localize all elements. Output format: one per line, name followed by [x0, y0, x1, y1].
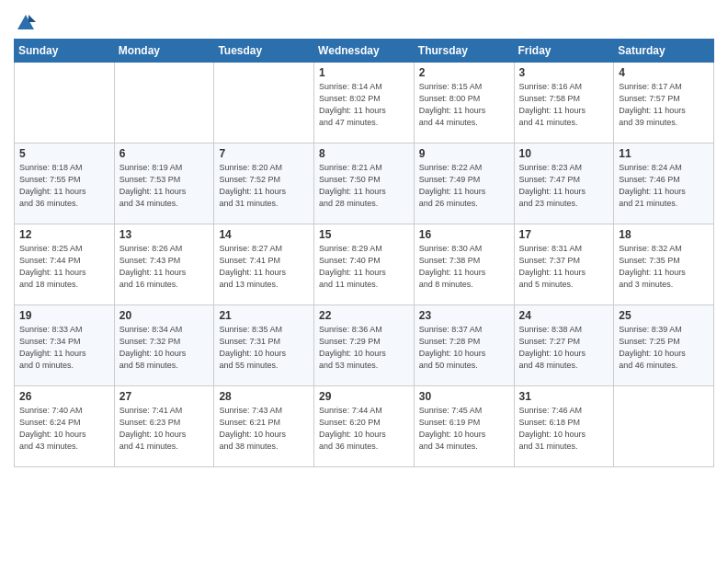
header-monday: Monday: [114, 40, 214, 63]
calendar-cell: 16Sunrise: 8:30 AM Sunset: 7:38 PM Dayli…: [414, 224, 514, 305]
calendar-week-row: 19Sunrise: 8:33 AM Sunset: 7:34 PM Dayli…: [15, 305, 714, 386]
day-number: 12: [19, 228, 109, 241]
calendar-cell: 8Sunrise: 8:21 AM Sunset: 7:50 PM Daylig…: [314, 144, 415, 224]
day-info: Sunrise: 8:26 AM Sunset: 7:43 PM Dayligh…: [119, 243, 210, 291]
day-number: 31: [519, 390, 609, 403]
day-number: 8: [319, 147, 409, 160]
day-number: 21: [219, 309, 309, 322]
day-number: 5: [19, 147, 109, 160]
day-info: Sunrise: 8:32 AM Sunset: 7:35 PM Dayligh…: [619, 243, 709, 291]
logo-icon: [16, 13, 36, 33]
logo: [14, 13, 36, 33]
calendar-cell: [614, 386, 714, 467]
day-info: Sunrise: 8:16 AM Sunset: 7:58 PM Dayligh…: [519, 81, 609, 129]
calendar-cell: 31Sunrise: 7:46 AM Sunset: 6:18 PM Dayli…: [514, 386, 614, 467]
day-info: Sunrise: 7:46 AM Sunset: 6:18 PM Dayligh…: [519, 405, 609, 453]
day-info: Sunrise: 8:18 AM Sunset: 7:55 PM Dayligh…: [19, 162, 109, 210]
day-info: Sunrise: 7:45 AM Sunset: 6:19 PM Dayligh…: [419, 405, 509, 453]
day-info: Sunrise: 8:30 AM Sunset: 7:38 PM Dayligh…: [419, 243, 509, 291]
day-number: 14: [219, 228, 309, 241]
calendar-cell: 14Sunrise: 8:27 AM Sunset: 7:41 PM Dayli…: [214, 224, 314, 305]
header-sunday: Sunday: [15, 40, 115, 63]
calendar-cell: [214, 63, 314, 144]
day-number: 28: [219, 390, 309, 403]
day-info: Sunrise: 8:36 AM Sunset: 7:29 PM Dayligh…: [319, 324, 409, 372]
calendar-header-row: SundayMondayTuesdayWednesdayThursdayFrid…: [15, 40, 714, 63]
day-info: Sunrise: 8:15 AM Sunset: 8:00 PM Dayligh…: [419, 81, 509, 129]
calendar-cell: 15Sunrise: 8:29 AM Sunset: 7:40 PM Dayli…: [314, 224, 415, 305]
calendar-cell: 10Sunrise: 8:23 AM Sunset: 7:47 PM Dayli…: [514, 144, 614, 224]
day-info: Sunrise: 8:21 AM Sunset: 7:50 PM Dayligh…: [319, 162, 409, 210]
day-info: Sunrise: 8:29 AM Sunset: 7:40 PM Dayligh…: [319, 243, 409, 291]
day-number: 27: [119, 390, 210, 403]
calendar-cell: 21Sunrise: 8:35 AM Sunset: 7:31 PM Dayli…: [214, 305, 314, 386]
header: [14, 9, 714, 33]
day-number: 1: [319, 66, 409, 79]
day-info: Sunrise: 7:41 AM Sunset: 6:23 PM Dayligh…: [119, 405, 210, 453]
day-info: Sunrise: 8:27 AM Sunset: 7:41 PM Dayligh…: [219, 243, 309, 291]
day-info: Sunrise: 8:35 AM Sunset: 7:31 PM Dayligh…: [219, 324, 309, 372]
day-number: 10: [519, 147, 609, 160]
calendar-cell: 9Sunrise: 8:22 AM Sunset: 7:49 PM Daylig…: [414, 144, 514, 224]
header-tuesday: Tuesday: [214, 40, 314, 63]
day-info: Sunrise: 8:34 AM Sunset: 7:32 PM Dayligh…: [119, 324, 210, 372]
day-info: Sunrise: 8:14 AM Sunset: 8:02 PM Dayligh…: [319, 81, 409, 129]
day-number: 7: [219, 147, 309, 160]
calendar-cell: 28Sunrise: 7:43 AM Sunset: 6:21 PM Dayli…: [214, 386, 314, 467]
day-number: 15: [319, 228, 409, 241]
calendar-cell: 11Sunrise: 8:24 AM Sunset: 7:46 PM Dayli…: [614, 144, 714, 224]
calendar-cell: 23Sunrise: 8:37 AM Sunset: 7:28 PM Dayli…: [414, 305, 514, 386]
day-number: 19: [19, 309, 109, 322]
day-info: Sunrise: 8:22 AM Sunset: 7:49 PM Dayligh…: [419, 162, 509, 210]
calendar-week-row: 12Sunrise: 8:25 AM Sunset: 7:44 PM Dayli…: [15, 224, 714, 305]
calendar-week-row: 5Sunrise: 8:18 AM Sunset: 7:55 PM Daylig…: [15, 144, 714, 224]
calendar-cell: [15, 63, 115, 144]
svg-marker-1: [28, 15, 36, 22]
day-info: Sunrise: 7:44 AM Sunset: 6:20 PM Dayligh…: [319, 405, 409, 453]
calendar-cell: 18Sunrise: 8:32 AM Sunset: 7:35 PM Dayli…: [614, 224, 714, 305]
day-info: Sunrise: 8:39 AM Sunset: 7:25 PM Dayligh…: [619, 324, 709, 372]
day-number: 20: [119, 309, 210, 322]
day-info: Sunrise: 7:43 AM Sunset: 6:21 PM Dayligh…: [219, 405, 309, 453]
header-wednesday: Wednesday: [314, 40, 415, 63]
calendar-cell: 4Sunrise: 8:17 AM Sunset: 7:57 PM Daylig…: [614, 63, 714, 144]
calendar-cell: 24Sunrise: 8:38 AM Sunset: 7:27 PM Dayli…: [514, 305, 614, 386]
calendar-cell: 5Sunrise: 8:18 AM Sunset: 7:55 PM Daylig…: [15, 144, 115, 224]
day-number: 3: [519, 66, 609, 79]
day-info: Sunrise: 8:38 AM Sunset: 7:27 PM Dayligh…: [519, 324, 609, 372]
day-number: 2: [419, 66, 509, 79]
day-info: Sunrise: 8:23 AM Sunset: 7:47 PM Dayligh…: [519, 162, 609, 210]
calendar-cell: 13Sunrise: 8:26 AM Sunset: 7:43 PM Dayli…: [114, 224, 214, 305]
day-number: 4: [619, 66, 709, 79]
calendar-cell: [114, 63, 214, 144]
day-number: 9: [419, 147, 509, 160]
calendar-cell: 3Sunrise: 8:16 AM Sunset: 7:58 PM Daylig…: [514, 63, 614, 144]
day-info: Sunrise: 7:40 AM Sunset: 6:24 PM Dayligh…: [19, 405, 109, 453]
calendar-cell: 20Sunrise: 8:34 AM Sunset: 7:32 PM Dayli…: [114, 305, 214, 386]
day-number: 6: [119, 147, 210, 160]
calendar-cell: 27Sunrise: 7:41 AM Sunset: 6:23 PM Dayli…: [114, 386, 214, 467]
calendar-cell: 6Sunrise: 8:19 AM Sunset: 7:53 PM Daylig…: [114, 144, 214, 224]
page-container: SundayMondayTuesdayWednesdayThursdayFrid…: [0, 0, 728, 477]
calendar-cell: 19Sunrise: 8:33 AM Sunset: 7:34 PM Dayli…: [15, 305, 115, 386]
calendar-cell: 30Sunrise: 7:45 AM Sunset: 6:19 PM Dayli…: [414, 386, 514, 467]
day-info: Sunrise: 8:33 AM Sunset: 7:34 PM Dayligh…: [19, 324, 109, 372]
day-info: Sunrise: 8:24 AM Sunset: 7:46 PM Dayligh…: [619, 162, 709, 210]
calendar-cell: 12Sunrise: 8:25 AM Sunset: 7:44 PM Dayli…: [15, 224, 115, 305]
day-number: 26: [19, 390, 109, 403]
day-info: Sunrise: 8:17 AM Sunset: 7:57 PM Dayligh…: [619, 81, 709, 129]
calendar-cell: 2Sunrise: 8:15 AM Sunset: 8:00 PM Daylig…: [414, 63, 514, 144]
day-number: 22: [319, 309, 409, 322]
day-number: 13: [119, 228, 210, 241]
calendar-cell: 26Sunrise: 7:40 AM Sunset: 6:24 PM Dayli…: [15, 386, 115, 467]
day-number: 24: [519, 309, 609, 322]
calendar-week-row: 26Sunrise: 7:40 AM Sunset: 6:24 PM Dayli…: [15, 386, 714, 467]
calendar-cell: 22Sunrise: 8:36 AM Sunset: 7:29 PM Dayli…: [314, 305, 415, 386]
day-info: Sunrise: 8:25 AM Sunset: 7:44 PM Dayligh…: [19, 243, 109, 291]
day-info: Sunrise: 8:31 AM Sunset: 7:37 PM Dayligh…: [519, 243, 609, 291]
calendar-cell: 7Sunrise: 8:20 AM Sunset: 7:52 PM Daylig…: [214, 144, 314, 224]
day-number: 23: [419, 309, 509, 322]
day-number: 25: [619, 309, 709, 322]
day-info: Sunrise: 8:37 AM Sunset: 7:28 PM Dayligh…: [419, 324, 509, 372]
header-thursday: Thursday: [414, 40, 514, 63]
